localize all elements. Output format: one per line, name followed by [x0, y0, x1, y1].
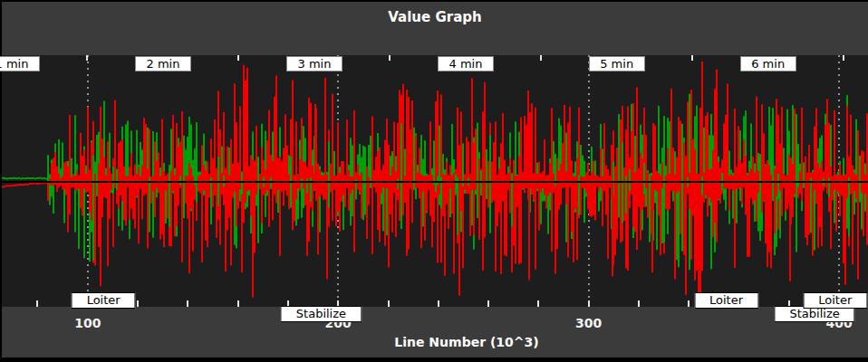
- time-marker-label: 5 min: [589, 56, 645, 71]
- value-graph-window: Value Graph 1 min2 min3 min4 min5 min6 m…: [0, 0, 868, 362]
- time-marker-label: 2 min: [135, 56, 191, 71]
- time-axis-tick: [237, 55, 239, 61]
- x-axis-minor-tick: [36, 300, 38, 307]
- x-axis-minor-tick: [337, 300, 339, 307]
- x-axis-minor-tick: [487, 300, 489, 307]
- chart-title: Value Graph: [2, 9, 868, 25]
- time-marker-label: 1 min: [0, 56, 40, 71]
- x-axis-tick-label: 100: [74, 316, 101, 330]
- time-axis-tick: [86, 55, 88, 61]
- x-axis-minor-tick: [137, 300, 139, 307]
- x-axis-minor-tick: [738, 300, 740, 307]
- x-axis-minor-tick: [87, 300, 89, 307]
- time-marker-label: 4 min: [438, 56, 494, 71]
- x-axis-minor-tick: [838, 300, 840, 307]
- plot-area: 1 min2 min3 min4 min5 min6 min: [2, 55, 868, 307]
- x-axis-tick-label: 200: [325, 316, 352, 330]
- time-marker-label: 6 min: [740, 56, 796, 71]
- time-axis-tick: [691, 55, 693, 61]
- x-axis-tick-label: 400: [826, 316, 853, 330]
- x-axis-minor-tick: [638, 300, 640, 307]
- x-axis-minor-tick: [237, 300, 239, 307]
- waveform-canvas[interactable]: [2, 55, 868, 307]
- x-axis-minor-tick: [187, 300, 188, 307]
- x-axis-panel: Line Number (10^3) 100200300400: [2, 307, 868, 357]
- x-axis-minor-tick: [438, 300, 439, 307]
- x-axis-minor-tick: [388, 300, 390, 307]
- time-axis-tick: [843, 55, 844, 61]
- x-axis-title: Line Number (10^3): [394, 335, 538, 349]
- time-axis-tick: [389, 55, 391, 61]
- x-axis-tick-label: 300: [575, 316, 602, 330]
- x-axis-minor-tick: [588, 300, 590, 307]
- x-axis-minor-tick: [287, 300, 289, 307]
- x-axis-minor-tick: [688, 300, 690, 307]
- time-marker-label: 3 min: [286, 56, 342, 71]
- x-axis-minor-tick: [537, 300, 539, 307]
- chart-header: Value Graph: [2, 2, 868, 55]
- time-axis-tick: [540, 55, 542, 61]
- x-axis-minor-tick: [788, 300, 790, 307]
